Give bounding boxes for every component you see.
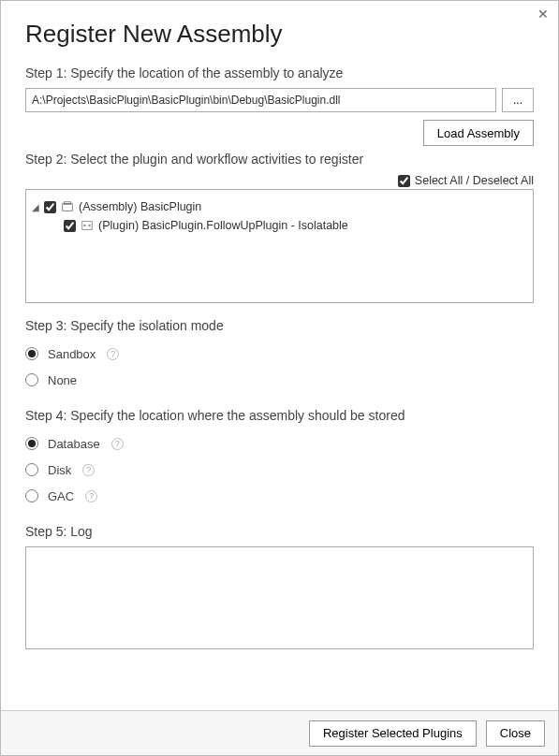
- help-icon[interactable]: ?: [107, 348, 119, 360]
- select-all-label: Select All / Deselect All: [415, 174, 534, 187]
- radio-database-row[interactable]: Database ?: [25, 430, 534, 457]
- isolation-mode-group: Sandbox ? None: [25, 341, 534, 393]
- radio-none-label: None: [48, 373, 77, 387]
- plugin-checkbox[interactable]: [64, 220, 76, 232]
- radio-gac[interactable]: [25, 489, 38, 502]
- plugin-icon: [81, 219, 94, 232]
- assembly-checkbox[interactable]: [44, 201, 56, 213]
- select-all-checkbox[interactable]: [398, 175, 410, 187]
- dialog-title: Register New Assembly: [25, 20, 534, 49]
- radio-disk[interactable]: [25, 463, 38, 476]
- radio-none[interactable]: [25, 373, 38, 386]
- plugin-label: (Plugin) BasicPlugin.FollowUpPlugin - Is…: [98, 219, 348, 232]
- assembly-label: (Assembly) BasicPlugin: [79, 200, 201, 213]
- load-assembly-button[interactable]: Load Assembly: [423, 120, 534, 146]
- assembly-path-input[interactable]: [25, 88, 496, 112]
- select-all-row: Select All / Deselect All: [25, 174, 534, 187]
- load-row: Load Assembly: [25, 120, 534, 146]
- log-output: [25, 546, 534, 649]
- step3-label: Step 3: Specify the isolation mode: [25, 318, 534, 333]
- assembly-icon: [61, 200, 74, 213]
- register-selected-button[interactable]: Register Selected Plugins: [309, 720, 477, 747]
- help-icon[interactable]: ?: [111, 438, 124, 450]
- help-icon[interactable]: ?: [85, 490, 97, 502]
- radio-gac-row[interactable]: GAC ?: [25, 483, 534, 509]
- step1-row: ...: [25, 88, 534, 112]
- tree-plugin-row[interactable]: (Plugin) BasicPlugin.FollowUpPlugin - Is…: [32, 216, 527, 235]
- radio-disk-label: Disk: [48, 463, 71, 477]
- step4-label: Step 4: Specify the location where the a…: [25, 408, 534, 423]
- step2-label: Step 2: Select the plugin and workflow a…: [25, 152, 534, 167]
- register-assembly-dialog: ✕ Register New Assembly Step 1: Specify …: [0, 0, 559, 756]
- radio-sandbox-label: Sandbox: [48, 347, 96, 361]
- svg-point-4: [88, 225, 90, 226]
- browse-button[interactable]: ...: [502, 88, 534, 112]
- step5-label: Step 5: Log: [25, 524, 534, 539]
- close-button[interactable]: Close: [486, 720, 545, 747]
- radio-database[interactable]: [25, 437, 38, 450]
- dialog-content: Register New Assembly Step 1: Specify th…: [1, 1, 558, 710]
- caret-icon[interactable]: ◢: [32, 202, 39, 212]
- close-icon[interactable]: ✕: [537, 7, 549, 22]
- svg-point-3: [83, 225, 85, 226]
- dialog-footer: Register Selected Plugins Close: [1, 710, 558, 755]
- plugin-tree: ◢ (Assembly) BasicPlugin (Plugin) BasicP…: [25, 189, 534, 303]
- help-icon[interactable]: ?: [82, 464, 95, 476]
- radio-none-row[interactable]: None: [25, 367, 534, 393]
- radio-gac-label: GAC: [48, 489, 74, 503]
- radio-sandbox-row[interactable]: Sandbox ?: [25, 341, 534, 367]
- radio-database-label: Database: [48, 437, 100, 451]
- tree-assembly-row[interactable]: ◢ (Assembly) BasicPlugin: [32, 197, 527, 216]
- storage-location-group: Database ? Disk ? GAC ?: [25, 430, 534, 509]
- radio-disk-row[interactable]: Disk ?: [25, 457, 534, 483]
- step1-label: Step 1: Specify the location of the asse…: [25, 65, 534, 80]
- radio-sandbox[interactable]: [25, 347, 38, 360]
